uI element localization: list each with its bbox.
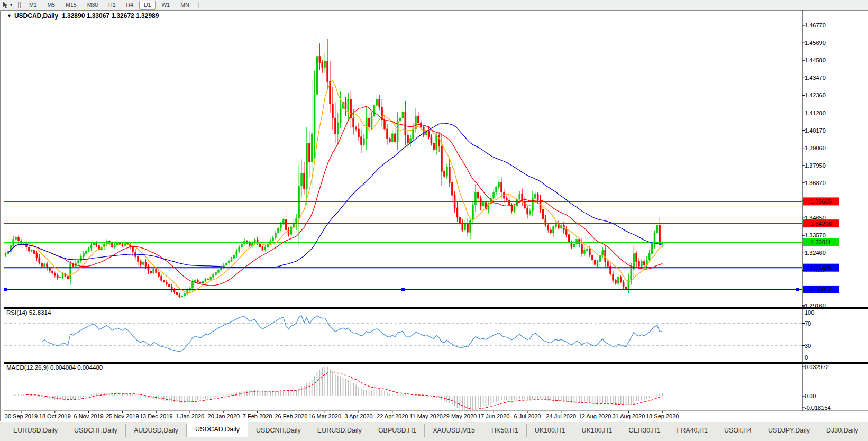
macd-scale-label: 0.00 xyxy=(805,393,816,399)
date-tick-label: 16 Mar 2020 xyxy=(308,413,341,419)
macd-scale-label: 0.032972 xyxy=(805,364,829,370)
price-tick-label: 1.44580 xyxy=(805,57,826,63)
chart-title: ▼USDCAD,Daily 1.32890 1.33067 1.32672 1.… xyxy=(7,12,159,20)
symbol-tab-uk100-h1[interactable]: UK100,H1 xyxy=(573,424,620,437)
price-tick-label: 1.45690 xyxy=(805,40,826,46)
timeframe-button-m30[interactable]: M30 xyxy=(83,1,103,10)
timeframe-buttons: M1M5M15M30H1H4D1W1MN xyxy=(24,0,194,10)
hline-price-label: 1.35606 xyxy=(810,198,832,205)
date-tick-label: 20 Jan 2020 xyxy=(208,413,240,419)
symbol-tab-fra40-h1[interactable]: FRA40,H1 xyxy=(669,424,716,437)
date-tick-label: 18 Oct 2019 xyxy=(39,413,71,419)
rsi-scale-label: 30 xyxy=(805,343,811,349)
date-tick-label: 6 Jul 2020 xyxy=(514,413,541,419)
chart-symbol: USDCAD,Daily xyxy=(14,12,58,20)
toolbar-separator xyxy=(198,2,199,8)
price-tick-label: 1.41280 xyxy=(805,110,826,116)
symbol-tab-usdcad-daily[interactable]: USDCAD,Daily xyxy=(187,422,248,437)
hline-price-label: 1.30022 xyxy=(810,286,832,292)
symbol-tab-hk50-h1[interactable]: HK50,H1 xyxy=(483,424,527,437)
date-tick-label: 1 Jan 2020 xyxy=(176,413,204,419)
price-tick-label: 1.46770 xyxy=(805,22,826,29)
price-tick-label: 1.43470 xyxy=(805,75,826,81)
symbol-tab-usdjpy-daily[interactable]: USDJPY,Daily xyxy=(760,424,818,437)
symbol-tab-gbpusd-h1[interactable]: GBPUSD,H1 xyxy=(370,424,425,437)
chart-cursor-icon[interactable]: ▾ xyxy=(0,1,14,9)
date-tick-label: 17 Jun 2020 xyxy=(478,413,510,419)
date-tick-label: 13 Dec 2019 xyxy=(140,413,172,419)
timeframe-button-h4[interactable]: H4 xyxy=(122,1,138,10)
macd-label: MACD(12,26,9) 0.004084 0.004480 xyxy=(6,364,103,371)
timeframe-button-w1[interactable]: W1 xyxy=(157,1,175,10)
price-tick-label: 1.39060 xyxy=(805,145,826,151)
symbol-tab-dj30-daily[interactable]: DJ30,Daily xyxy=(818,424,866,437)
price-tick-label: 1.36870 xyxy=(805,180,826,186)
date-tick-label: 7 Feb 2020 xyxy=(243,413,272,419)
rsi-scale-label: 70 xyxy=(805,320,811,327)
price-tick-label: 1.33570 xyxy=(805,232,826,238)
terminal-window: ▾ M1M5M15M30H1H4D1W1MN 1.467701.456901.4… xyxy=(0,0,868,441)
dropdown-caret-icon[interactable]: ▾ xyxy=(10,3,12,7)
collapse-icon[interactable]: ▼ xyxy=(7,13,12,19)
symbol-tab-eurusd-daily[interactable]: EURUSD,Daily xyxy=(309,424,370,437)
symbol-tab-eurusd-daily[interactable]: EURUSD,Daily xyxy=(5,424,66,437)
price-tick-label: 1.37950 xyxy=(805,162,826,169)
line-handle[interactable] xyxy=(401,288,405,291)
cursor-arrow-icon xyxy=(2,2,9,8)
timeframe-button-m15[interactable]: M15 xyxy=(61,1,81,10)
timeframe-button-mn[interactable]: MN xyxy=(176,1,194,10)
price-tick-label: 1.40170 xyxy=(805,127,826,134)
date-tick-label: 31 Aug 2020 xyxy=(613,413,645,419)
timeframe-button-h1[interactable]: H1 xyxy=(104,1,120,10)
symbol-tab-usdcnh-daily[interactable]: USDCNH,Daily xyxy=(248,424,309,437)
chart-tabs: EURUSD,DailyUSDCHF,DailyAUDUSD,DailyUSDC… xyxy=(0,422,868,437)
chart-canvas[interactable]: 1.467701.456901.445801.434701.423601.412… xyxy=(0,10,868,422)
symbol-tab-audusd-daily[interactable]: AUDUSD,Daily xyxy=(126,424,187,437)
date-tick-label: 29 May 2020 xyxy=(443,413,477,419)
rsi-scale-label: 100 xyxy=(805,309,814,316)
rsi-label: RSI(14) 52.8314 xyxy=(6,309,51,316)
line-handle[interactable] xyxy=(4,288,7,291)
date-tick-label: 18 Sep 2020 xyxy=(646,413,679,419)
rsi-scale-label: 0 xyxy=(805,354,808,361)
hline-price-label: 1.31405 xyxy=(810,264,832,271)
hline-price-label: 1.34206 xyxy=(810,221,832,227)
symbol-tab-ger30-h1[interactable]: GER30,H1 xyxy=(620,424,669,437)
timeframe-button-m5[interactable]: M5 xyxy=(43,1,60,10)
date-tick-label: 30 Sep 2019 xyxy=(5,413,38,419)
toolbar-grip[interactable] xyxy=(18,2,21,8)
timeframe-button-m1[interactable]: M1 xyxy=(24,1,42,10)
symbol-tab-uk100-h1[interactable]: UK100,H1 xyxy=(527,424,574,437)
hline-price-label: 1.33011 xyxy=(811,239,832,245)
macd-scale-label: -0.018154 xyxy=(805,405,831,411)
price-tick-label: 1.32460 xyxy=(805,250,826,256)
date-tick-label: 12 Aug 2020 xyxy=(579,413,611,419)
date-tick-label: 6 Nov 2019 xyxy=(74,413,103,419)
chart-tab-bar: EURUSD,DailyUSDCHF,DailyAUDUSD,DailyUSDC… xyxy=(0,422,868,441)
toolbar: ▾ M1M5M15M30H1H4D1W1MN xyxy=(0,0,868,10)
chart-ohlc-values: 1.32890 1.33067 1.32672 1.32989 xyxy=(62,12,159,20)
symbol-tab-xauusd-m15[interactable]: XAUUSD,M15 xyxy=(425,424,483,437)
line-handle[interactable] xyxy=(796,288,799,291)
symbol-tab-usoil-h4[interactable]: USOil,H4 xyxy=(716,424,760,437)
date-tick-label: 3 Apr 2020 xyxy=(344,413,372,419)
date-tick-label: 24 Jul 2020 xyxy=(546,413,576,419)
date-tick-label: 22 Apr 2020 xyxy=(377,413,408,419)
date-tick-label: 11 May 2020 xyxy=(409,413,443,419)
date-tick-label: 25 Nov 2019 xyxy=(106,413,139,419)
date-tick-label: 26 Feb 2020 xyxy=(275,413,308,419)
symbol-tab-usdchf-daily[interactable]: USDCHF,Daily xyxy=(66,424,126,437)
timeframe-button-d1[interactable]: D1 xyxy=(139,1,156,10)
price-tick-label: 1.42360 xyxy=(805,92,826,98)
